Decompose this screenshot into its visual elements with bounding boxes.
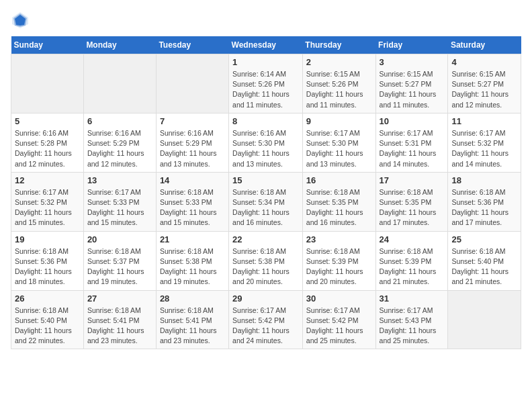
day-info: Sunrise: 6:18 AM Sunset: 5:39 PM Dayligh… xyxy=(306,246,372,287)
day-number: 15 xyxy=(232,175,299,185)
calendar-cell: 8Sunrise: 6:16 AM Sunset: 5:30 PM Daylig… xyxy=(229,113,303,172)
calendar-week-row: 1Sunrise: 6:14 AM Sunset: 5:26 PM Daylig… xyxy=(11,54,521,113)
day-info: Sunrise: 6:17 AM Sunset: 5:31 PM Dayligh… xyxy=(380,128,445,169)
day-info: Sunrise: 6:18 AM Sunset: 5:34 PM Dayligh… xyxy=(232,187,299,228)
calendar-cell: 24Sunrise: 6:18 AM Sunset: 5:39 PM Dayli… xyxy=(375,231,448,290)
day-number: 18 xyxy=(451,175,517,185)
day-header-monday: Monday xyxy=(83,36,156,54)
calendar-cell: 6Sunrise: 6:16 AM Sunset: 5:29 PM Daylig… xyxy=(83,113,156,172)
day-info: Sunrise: 6:17 AM Sunset: 5:30 PM Dayligh… xyxy=(306,128,372,169)
day-info: Sunrise: 6:18 AM Sunset: 5:39 PM Dayligh… xyxy=(380,246,445,287)
calendar-cell: 4Sunrise: 6:15 AM Sunset: 5:27 PM Daylig… xyxy=(448,54,521,113)
day-number: 8 xyxy=(232,116,299,126)
day-number: 22 xyxy=(232,234,299,244)
calendar-cell: 22Sunrise: 6:18 AM Sunset: 5:38 PM Dayli… xyxy=(229,231,303,290)
calendar-cell: 25Sunrise: 6:18 AM Sunset: 5:40 PM Dayli… xyxy=(448,231,521,290)
day-info: Sunrise: 6:15 AM Sunset: 5:27 PM Dayligh… xyxy=(380,69,445,110)
logo xyxy=(11,11,32,30)
calendar-cell: 20Sunrise: 6:18 AM Sunset: 5:37 PM Dayli… xyxy=(83,231,156,290)
day-header-wednesday: Wednesday xyxy=(229,36,303,54)
day-info: Sunrise: 6:14 AM Sunset: 5:26 PM Dayligh… xyxy=(232,69,299,110)
calendar-cell: 29Sunrise: 6:17 AM Sunset: 5:42 PM Dayli… xyxy=(229,290,303,349)
calendar-cell: 1Sunrise: 6:14 AM Sunset: 5:26 PM Daylig… xyxy=(229,54,303,113)
day-info: Sunrise: 6:17 AM Sunset: 5:32 PM Dayligh… xyxy=(15,187,80,228)
day-header-tuesday: Tuesday xyxy=(156,36,228,54)
day-info: Sunrise: 6:18 AM Sunset: 5:36 PM Dayligh… xyxy=(15,246,80,287)
day-number: 6 xyxy=(87,116,152,126)
calendar-cell: 7Sunrise: 6:16 AM Sunset: 5:29 PM Daylig… xyxy=(156,113,228,172)
day-info: Sunrise: 6:18 AM Sunset: 5:36 PM Dayligh… xyxy=(451,187,517,228)
calendar-cell: 13Sunrise: 6:17 AM Sunset: 5:33 PM Dayli… xyxy=(83,172,156,231)
calendar-table: SundayMondayTuesdayWednesdayThursdayFrid… xyxy=(11,36,521,349)
calendar-cell xyxy=(448,290,521,349)
day-info: Sunrise: 6:16 AM Sunset: 5:28 PM Dayligh… xyxy=(15,128,80,169)
day-number: 2 xyxy=(306,57,372,67)
day-number: 28 xyxy=(160,293,225,304)
day-info: Sunrise: 6:18 AM Sunset: 5:38 PM Dayligh… xyxy=(160,246,225,287)
calendar-week-row: 19Sunrise: 6:18 AM Sunset: 5:36 PM Dayli… xyxy=(11,231,521,290)
calendar-cell: 21Sunrise: 6:18 AM Sunset: 5:38 PM Dayli… xyxy=(156,231,228,290)
day-info: Sunrise: 6:18 AM Sunset: 5:40 PM Dayligh… xyxy=(15,306,80,347)
calendar-cell: 10Sunrise: 6:17 AM Sunset: 5:31 PM Dayli… xyxy=(375,113,448,172)
day-number: 5 xyxy=(15,116,80,126)
calendar-cell: 31Sunrise: 6:17 AM Sunset: 5:43 PM Dayli… xyxy=(375,290,448,349)
calendar-cell: 18Sunrise: 6:18 AM Sunset: 5:36 PM Dayli… xyxy=(448,172,521,231)
calendar-cell: 14Sunrise: 6:18 AM Sunset: 5:33 PM Dayli… xyxy=(156,172,228,231)
calendar-cell: 16Sunrise: 6:18 AM Sunset: 5:35 PM Dayli… xyxy=(302,172,375,231)
day-info: Sunrise: 6:16 AM Sunset: 5:29 PM Dayligh… xyxy=(87,128,152,169)
day-number: 9 xyxy=(306,116,372,126)
calendar-week-row: 5Sunrise: 6:16 AM Sunset: 5:28 PM Daylig… xyxy=(11,113,521,172)
day-number: 4 xyxy=(451,57,517,67)
day-number: 16 xyxy=(306,175,372,185)
calendar-cell: 19Sunrise: 6:18 AM Sunset: 5:36 PM Dayli… xyxy=(11,231,84,290)
day-info: Sunrise: 6:18 AM Sunset: 5:37 PM Dayligh… xyxy=(87,246,152,287)
calendar-cell: 17Sunrise: 6:18 AM Sunset: 5:35 PM Dayli… xyxy=(375,172,448,231)
day-number: 31 xyxy=(380,293,445,304)
calendar-cell: 2Sunrise: 6:15 AM Sunset: 5:26 PM Daylig… xyxy=(302,54,375,113)
page-header xyxy=(11,11,521,30)
calendar-week-row: 26Sunrise: 6:18 AM Sunset: 5:40 PM Dayli… xyxy=(11,290,521,349)
calendar-cell xyxy=(11,54,84,113)
day-info: Sunrise: 6:18 AM Sunset: 5:35 PM Dayligh… xyxy=(306,187,372,228)
day-number: 3 xyxy=(380,57,445,67)
day-number: 25 xyxy=(451,234,517,244)
day-number: 29 xyxy=(232,293,299,304)
calendar-cell: 11Sunrise: 6:17 AM Sunset: 5:32 PM Dayli… xyxy=(448,113,521,172)
day-info: Sunrise: 6:18 AM Sunset: 5:41 PM Dayligh… xyxy=(87,306,152,347)
day-info: Sunrise: 6:15 AM Sunset: 5:27 PM Dayligh… xyxy=(451,69,517,110)
day-number: 30 xyxy=(306,293,372,304)
calendar-cell: 27Sunrise: 6:18 AM Sunset: 5:41 PM Dayli… xyxy=(83,290,156,349)
day-info: Sunrise: 6:18 AM Sunset: 5:38 PM Dayligh… xyxy=(232,246,299,287)
day-header-sunday: Sunday xyxy=(11,36,84,54)
calendar-cell: 12Sunrise: 6:17 AM Sunset: 5:32 PM Dayli… xyxy=(11,172,84,231)
calendar-cell: 30Sunrise: 6:17 AM Sunset: 5:42 PM Dayli… xyxy=(302,290,375,349)
day-info: Sunrise: 6:17 AM Sunset: 5:42 PM Dayligh… xyxy=(306,306,372,347)
calendar-cell: 28Sunrise: 6:18 AM Sunset: 5:41 PM Dayli… xyxy=(156,290,228,349)
calendar-cell xyxy=(156,54,228,113)
day-info: Sunrise: 6:17 AM Sunset: 5:42 PM Dayligh… xyxy=(232,306,299,347)
day-header-saturday: Saturday xyxy=(448,36,521,54)
calendar-cell xyxy=(83,54,156,113)
day-info: Sunrise: 6:15 AM Sunset: 5:26 PM Dayligh… xyxy=(306,69,372,110)
day-header-thursday: Thursday xyxy=(302,36,375,54)
calendar-cell: 23Sunrise: 6:18 AM Sunset: 5:39 PM Dayli… xyxy=(302,231,375,290)
day-number: 17 xyxy=(380,175,445,185)
day-number: 27 xyxy=(87,293,152,304)
day-number: 7 xyxy=(160,116,225,126)
calendar-cell: 15Sunrise: 6:18 AM Sunset: 5:34 PM Dayli… xyxy=(229,172,303,231)
day-number: 10 xyxy=(380,116,445,126)
day-info: Sunrise: 6:17 AM Sunset: 5:43 PM Dayligh… xyxy=(380,306,445,347)
day-number: 13 xyxy=(87,175,152,185)
day-number: 24 xyxy=(380,234,445,244)
day-number: 23 xyxy=(306,234,372,244)
day-info: Sunrise: 6:16 AM Sunset: 5:30 PM Dayligh… xyxy=(232,128,299,169)
calendar-week-row: 12Sunrise: 6:17 AM Sunset: 5:32 PM Dayli… xyxy=(11,172,521,231)
day-header-friday: Friday xyxy=(375,36,448,54)
day-number: 1 xyxy=(232,57,299,67)
calendar-cell: 5Sunrise: 6:16 AM Sunset: 5:28 PM Daylig… xyxy=(11,113,84,172)
day-number: 20 xyxy=(87,234,152,244)
day-number: 21 xyxy=(160,234,225,244)
day-number: 26 xyxy=(15,293,80,304)
days-header-row: SundayMondayTuesdayWednesdayThursdayFrid… xyxy=(11,36,521,54)
day-info: Sunrise: 6:18 AM Sunset: 5:33 PM Dayligh… xyxy=(160,187,225,228)
